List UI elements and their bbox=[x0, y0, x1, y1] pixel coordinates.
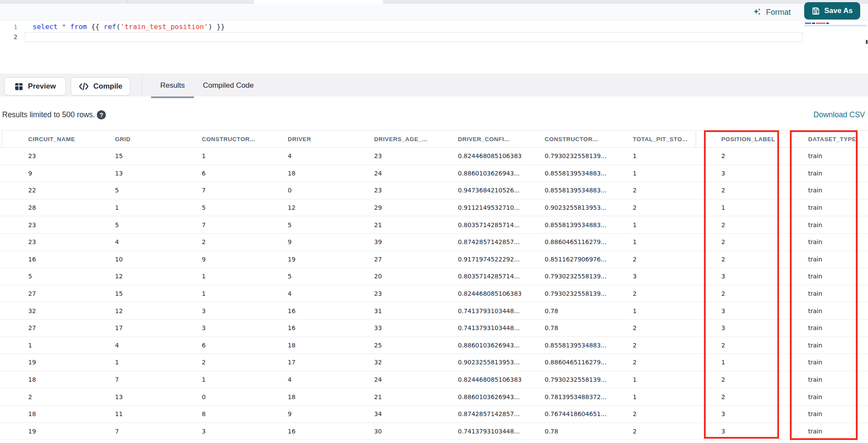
table-cell: 9 bbox=[28, 170, 115, 177]
table-cell: train bbox=[808, 359, 868, 366]
table-cell: 2 bbox=[633, 324, 721, 331]
table-cell: 4 bbox=[288, 376, 374, 383]
table-cell: 5 bbox=[288, 273, 374, 280]
table-cell: 5 bbox=[28, 273, 115, 280]
table-cell: 8 bbox=[202, 410, 288, 417]
save-as-button[interactable]: Save As bbox=[804, 2, 860, 20]
table-cell: 0.8035714285714... bbox=[458, 273, 545, 280]
table-cell: 2 bbox=[721, 342, 808, 349]
table-cell: 21 bbox=[374, 393, 458, 400]
format-button[interactable]: Format bbox=[753, 3, 791, 21]
column-header: DRIVER_CONFI... bbox=[458, 136, 545, 142]
table-cell: 9 bbox=[288, 410, 374, 417]
table-cell: 2 bbox=[633, 342, 721, 349]
sql-editor[interactable]: 1 2 select * from {{ ref('train_test_pos… bbox=[0, 21, 868, 74]
table-cell: 17 bbox=[115, 324, 202, 331]
code-token: {{ bbox=[87, 23, 104, 31]
table-row: 23575210.8035714285714...0.8558139534883… bbox=[0, 216, 868, 234]
table-cell: 2 bbox=[633, 290, 721, 297]
table-cell: 3 bbox=[633, 273, 721, 280]
table-body: 231514230.8244680851063830.7930232558139… bbox=[0, 148, 868, 440]
table-cell: 2 bbox=[721, 187, 808, 194]
help-icon[interactable]: ? bbox=[97, 110, 106, 119]
table-cell: 1 bbox=[115, 359, 202, 366]
table-cell: 0.9112149532710... bbox=[458, 204, 545, 211]
table-cell: train bbox=[808, 410, 868, 417]
tab-compiled-code[interactable]: Compiled Code bbox=[194, 74, 263, 97]
column-header: TOTAL_PIT_STO... bbox=[633, 136, 721, 142]
active-tab-stub[interactable] bbox=[254, 0, 383, 3]
table-cell: 32 bbox=[28, 307, 115, 314]
table-cell: 23 bbox=[28, 238, 115, 245]
table-cell: 2 bbox=[721, 152, 808, 159]
table-cell: 0.8860465116279... bbox=[545, 359, 633, 366]
table-cell: 23 bbox=[28, 222, 115, 228]
table-cell: 16 bbox=[288, 428, 374, 435]
table-cell: 3 bbox=[202, 428, 288, 435]
table-cell: 0.7930232558139... bbox=[545, 290, 633, 297]
table-cell: train bbox=[808, 307, 868, 314]
table-cell: 12 bbox=[288, 204, 374, 211]
active-line-highlight[interactable] bbox=[25, 32, 803, 42]
tab-results[interactable]: Results bbox=[151, 74, 194, 97]
column-header: POSITION_LABEL bbox=[721, 136, 808, 142]
table-cell: 4 bbox=[288, 152, 374, 159]
table-cell: 32 bbox=[374, 359, 458, 366]
table-cell: 3 bbox=[721, 170, 808, 177]
table-cell: 27 bbox=[374, 256, 458, 263]
table-cell: 18 bbox=[288, 342, 374, 349]
table-row: 14618250.8860103626943...0.8558139534883… bbox=[0, 337, 868, 354]
table-cell: 21 bbox=[374, 222, 458, 228]
code-line[interactable]: select * from {{ ref('train_test_positio… bbox=[33, 22, 225, 32]
table-cell: 5 bbox=[115, 222, 202, 228]
table-cell: 11 bbox=[115, 410, 202, 417]
minimap-viewport bbox=[804, 25, 867, 26]
table-row: 197316300.7413793103448...0.7823train bbox=[0, 423, 868, 440]
table-cell: 0.7930232558139... bbox=[545, 273, 633, 280]
table-cell: train bbox=[808, 152, 868, 159]
table-cell: 2 bbox=[202, 359, 288, 366]
table-cell: 0.7813953488372... bbox=[545, 393, 633, 400]
table-cell: 0.78 bbox=[545, 324, 633, 331]
table-cell: 0.78 bbox=[545, 428, 633, 435]
table-cell: train bbox=[808, 187, 868, 194]
table-cell: train bbox=[808, 170, 868, 177]
active-tab-underline bbox=[151, 96, 194, 98]
table-cell: 5 bbox=[202, 204, 288, 211]
column-header: DRIVER bbox=[288, 136, 374, 142]
table-cell: 27 bbox=[28, 324, 115, 331]
download-csv-link[interactable]: Download CSV bbox=[813, 110, 865, 119]
table-cell: 16 bbox=[288, 324, 374, 331]
minimap-code-line bbox=[805, 23, 829, 24]
code-icon bbox=[79, 82, 89, 91]
table-cell: 0.8860103626943... bbox=[458, 170, 545, 177]
table-cell: 0.9023255813953... bbox=[458, 359, 545, 366]
table-cell: 3 bbox=[721, 273, 808, 280]
editor-minimap[interactable] bbox=[804, 22, 868, 52]
table-cell: 2 bbox=[633, 187, 721, 194]
table-cell: 6 bbox=[202, 342, 288, 349]
table-cell: 0.8558139534883... bbox=[545, 342, 633, 349]
save-as-label: Save As bbox=[824, 7, 853, 15]
table-cell: 1 bbox=[633, 393, 721, 400]
table-cell: 1 bbox=[633, 222, 721, 228]
code-token: 'train_test_position' bbox=[120, 23, 208, 31]
table-cell: 10 bbox=[115, 256, 202, 263]
results-info-bar: Results limited to 500 rows. ? Download … bbox=[0, 96, 868, 130]
table-cell: 15 bbox=[115, 152, 202, 159]
table-cell: 0.7674418604651... bbox=[545, 410, 633, 417]
table-cell: 7 bbox=[202, 187, 288, 194]
results-table: CIRCUIT_NAMEGRIDCONSTRUCTOR...DRIVERDRIV… bbox=[0, 130, 868, 440]
table-cell: 12 bbox=[115, 273, 202, 280]
table-cell: train bbox=[808, 290, 868, 297]
table-cell: 23 bbox=[28, 152, 115, 159]
table-cell: 3 bbox=[721, 324, 808, 331]
preview-button[interactable]: Preview bbox=[4, 77, 66, 96]
table-cell: 27 bbox=[28, 290, 115, 297]
table-cell: 23 bbox=[374, 187, 458, 194]
toolbar-divider bbox=[142, 74, 142, 97]
table-cell: 3 bbox=[721, 307, 808, 314]
table-cell: 16 bbox=[28, 256, 115, 263]
compile-button[interactable]: Compile bbox=[71, 77, 130, 96]
top-tab-strip[interactable] bbox=[0, 0, 868, 3]
